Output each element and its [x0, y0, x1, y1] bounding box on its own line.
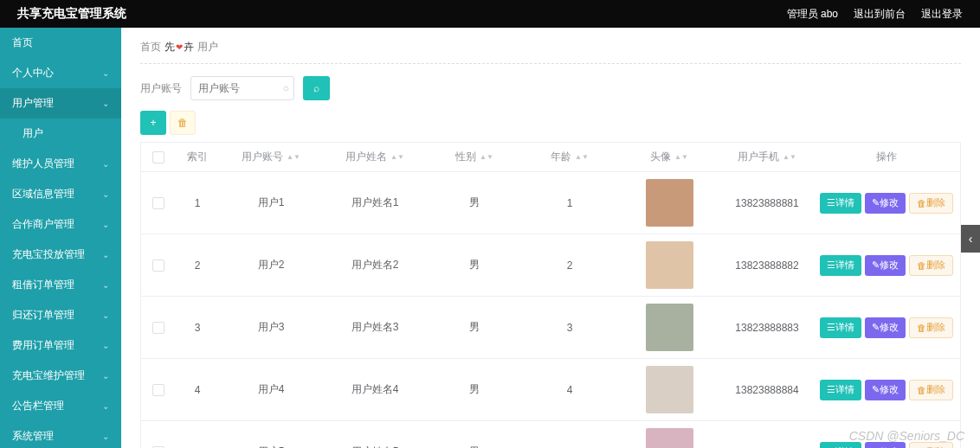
td-index: 3: [176, 297, 219, 358]
td-phone: 13823888882: [721, 234, 813, 296]
edit-button[interactable]: ✎ 修改: [865, 317, 906, 338]
search-input[interactable]: [190, 76, 294, 100]
search-input-wrap: ○: [190, 76, 294, 100]
searchbar: 用户账号 ○ ⌕: [140, 76, 961, 100]
td-name: 用户姓名1: [323, 172, 427, 234]
detail-button[interactable]: ☰ 详情: [820, 317, 861, 338]
td-phone: 13823888881: [721, 172, 813, 234]
th-ops: 操作: [813, 143, 960, 171]
th-phone[interactable]: 用户手机▲▼: [721, 143, 813, 171]
row-checkbox[interactable]: [152, 322, 164, 334]
row-checkbox[interactable]: [152, 259, 164, 272]
edit-button[interactable]: ✎ 修改: [865, 442, 906, 449]
th-index[interactable]: 索引: [176, 143, 219, 171]
sidebar-item[interactable]: 区域信息管理⌄: [0, 179, 121, 209]
add-button[interactable]: +: [140, 111, 166, 135]
sidebar-item-label: 租借订单管理: [12, 278, 74, 292]
edit-icon: ✎: [872, 259, 880, 271]
sidebar-item[interactable]: 归还订单管理⌄: [0, 300, 121, 330]
td-account: 用户2: [219, 234, 323, 296]
chevron-down-icon: ⌄: [102, 68, 109, 78]
detail-icon: ☰: [827, 259, 835, 271]
chevron-down-icon: ⌄: [102, 401, 109, 411]
sidebar-item-label: 归还订单管理: [12, 308, 74, 323]
sidebar-item[interactable]: 用户管理⌄: [0, 88, 121, 118]
sidebar-item[interactable]: 充电宝投放管理⌄: [0, 240, 121, 270]
side-collapse-tab[interactable]: ‹: [961, 225, 980, 253]
sidebar-item[interactable]: 用户: [0, 118, 121, 149]
batch-delete-button[interactable]: 🗑: [170, 111, 196, 135]
td-age: 5: [522, 421, 617, 448]
th-sex[interactable]: 性别▲▼: [427, 143, 522, 171]
heart-icon: ❤: [176, 42, 183, 52]
th-account[interactable]: 用户账号▲▼: [219, 143, 323, 171]
sidebar-item[interactable]: 首页: [0, 28, 121, 58]
detail-button[interactable]: ☰ 详情: [820, 380, 861, 400]
sidebar-item-label: 费用订单管理: [12, 338, 74, 353]
td-avatar: [617, 172, 721, 234]
logout-link[interactable]: 退出登录: [921, 7, 963, 22]
row-checkbox[interactable]: [152, 197, 164, 209]
clear-icon[interactable]: ○: [283, 82, 289, 94]
sidebar-item[interactable]: 充电宝维护管理⌄: [0, 361, 121, 391]
sidebar-item-label: 个人中心: [12, 66, 54, 80]
edit-button[interactable]: ✎ 修改: [865, 193, 906, 214]
app-title: 共享充电宝管理系统: [17, 6, 126, 22]
delete-button[interactable]: 🗑 删除: [909, 317, 953, 338]
sidebar-item[interactable]: 公告栏管理⌄: [0, 391, 121, 421]
logout-front-link[interactable]: 退出到前台: [854, 7, 906, 22]
sidebar-item[interactable]: 租借订单管理⌄: [0, 270, 121, 300]
table-row: 3用户3用户姓名3男313823888883☰ 详情✎ 修改🗑 删除: [141, 297, 960, 359]
delete-button[interactable]: 🗑 删除: [909, 442, 953, 449]
delete-button[interactable]: 🗑 删除: [909, 255, 953, 276]
td-index: 4: [176, 359, 219, 420]
chevron-down-icon: ⌄: [102, 310, 109, 320]
detail-icon: ☰: [827, 322, 835, 333]
td-sex: 男: [427, 234, 522, 296]
detail-button[interactable]: ☰ 详情: [820, 442, 861, 449]
sidebar-item-label: 公告栏管理: [12, 399, 64, 413]
td-ops: ☰ 详情✎ 修改🗑 删除: [813, 421, 960, 448]
chevron-down-icon: ⌄: [102, 220, 109, 229]
edit-button[interactable]: ✎ 修改: [865, 380, 906, 400]
td-name: 用户姓名2: [323, 234, 427, 296]
td-checkbox: [141, 359, 176, 420]
sidebar-item[interactable]: 个人中心⌄: [0, 58, 121, 88]
detail-button[interactable]: ☰ 详情: [820, 193, 861, 214]
td-index: 1: [176, 172, 219, 234]
chevron-down-icon: ⌄: [102, 280, 109, 290]
sidebar-item[interactable]: 费用订单管理⌄: [0, 330, 121, 361]
sidebar-item[interactable]: 合作商户管理⌄: [0, 209, 121, 240]
breadcrumb-sep: 先❤卉: [164, 40, 194, 54]
sidebar-item[interactable]: 维护人员管理⌄: [0, 149, 121, 179]
th-checkbox: [141, 143, 176, 171]
admin-label[interactable]: 管理员 abo: [787, 7, 838, 22]
th-avatar[interactable]: 头像▲▼: [617, 143, 721, 171]
chevron-down-icon: ⌄: [102, 371, 109, 381]
th-name[interactable]: 用户姓名▲▼: [323, 143, 427, 171]
row-checkbox[interactable]: [152, 384, 164, 396]
content: 首页 先❤卉 用户 用户账号 ○ ⌕ + 🗑: [121, 28, 980, 448]
edit-button[interactable]: ✎ 修改: [865, 255, 906, 276]
table-row: 5用户5用户姓名5男513823888885☰ 详情✎ 修改🗑 删除: [141, 421, 960, 448]
check-all[interactable]: [152, 151, 164, 163]
trash-icon: 🗑: [917, 260, 926, 271]
breadcrumb-home[interactable]: 首页: [140, 40, 161, 54]
delete-button[interactable]: 🗑 删除: [909, 380, 953, 400]
sidebar-item-label: 维护人员管理: [12, 157, 74, 171]
avatar: [646, 241, 693, 289]
sidebar-item-label: 区域信息管理: [12, 187, 74, 202]
data-table: 索引 用户账号▲▼ 用户姓名▲▼ 性别▲▼ 年龄▲▼ 头像▲▼ 用户手机▲▼ 操…: [140, 142, 961, 448]
td-ops: ☰ 详情✎ 修改🗑 删除: [813, 359, 960, 420]
detail-button[interactable]: ☰ 详情: [820, 255, 861, 276]
td-account: 用户5: [219, 421, 323, 448]
table-row: 1用户1用户姓名1男113823888881☰ 详情✎ 修改🗑 删除: [141, 172, 960, 234]
td-account: 用户4: [219, 359, 323, 420]
th-age[interactable]: 年龄▲▼: [522, 143, 617, 171]
delete-button[interactable]: 🗑 删除: [909, 193, 953, 214]
search-button[interactable]: ⌕: [303, 76, 330, 100]
td-account: 用户3: [219, 297, 323, 358]
breadcrumb: 首页 先❤卉 用户: [140, 40, 961, 64]
sidebar-item[interactable]: 系统管理⌄: [0, 421, 121, 448]
td-avatar: [617, 359, 721, 420]
